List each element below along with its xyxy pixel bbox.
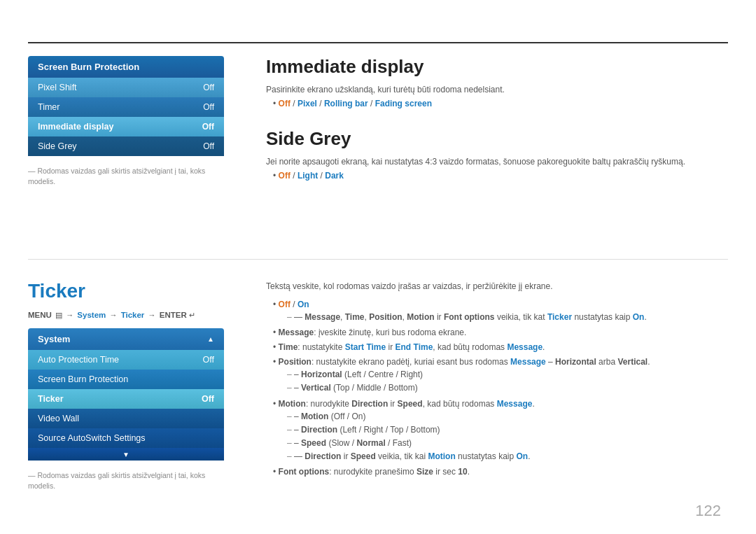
bullet-time: Time: nustatykite Start Time ir End Time… (273, 341, 728, 353)
system-menu: System ▲ Auto Protection Time Off Screen… (28, 328, 224, 461)
right-top-content: Immediate display Pasirinkite ekrano užs… (266, 56, 728, 183)
menu-item-immediate-display[interactable]: Immediate display Off (28, 117, 224, 136)
ticker-nav: MENU ▤ → System → Ticker → ENTER ↵ (28, 311, 224, 320)
bullet-motion: Motion: nurodykite Direction ir Speed, k… (273, 398, 728, 464)
ticker-title: Ticker (28, 280, 224, 302)
side-grey-title: Side Grey (266, 128, 728, 150)
side-grey-desc: Jei norite apsaugoti ekraną, kai nustaty… (266, 157, 728, 167)
menu-item-timer[interactable]: Timer Off (28, 97, 224, 117)
menu-item-side-grey[interactable]: Side Grey Off (28, 136, 224, 156)
system-item-source-autoswitch[interactable]: Source AutoSwitch Settings (28, 428, 224, 448)
immediate-display-section: Immediate display Pasirinkite ekrano užs… (266, 56, 728, 108)
system-menu-scroll-down[interactable]: ▼ (28, 448, 224, 461)
bullet-position: Position: nustatykite ekrano padėtį, kur… (273, 356, 728, 395)
left-top-note: — Rodomas vaizdas gali skirtis atsižvelg… (28, 166, 224, 186)
system-item-ticker[interactable]: Ticker Off (28, 389, 224, 409)
immediate-display-title: Immediate display (266, 56, 728, 78)
system-item-auto-protection[interactable]: Auto Protection Time Off (28, 350, 224, 370)
ticker-bullet-list: Off / On — Message, Time, Position, Moti… (266, 298, 728, 478)
side-grey-options: Off / Light / Dark (266, 171, 728, 181)
system-item-video-wall[interactable]: Video Wall (28, 409, 224, 428)
screen-burn-menu: Screen Burn Protection Pixel Shift Off T… (28, 56, 224, 186)
bullet-off-on: Off / On — Message, Time, Position, Moti… (273, 298, 728, 324)
ticker-note: — Rodomas vaizdas gali skirtis atsižvelg… (28, 470, 224, 491)
immediate-display-desc: Pasirinkite ekrano užsklandą, kuri turėt… (266, 85, 728, 94)
page-number: 122 (695, 502, 721, 520)
menu-item-pixel-shift[interactable]: Pixel Shift Off (28, 78, 224, 97)
bullet-font-options: Font options: nurodykite pranešimo Size … (273, 465, 728, 478)
side-grey-section: Side Grey Jei norite apsaugoti ekraną, k… (266, 128, 728, 181)
ticker-left-panel: Ticker MENU ▤ → System → Ticker → ENTER … (28, 280, 224, 491)
ticker-intro: Tekstą veskite, kol rodomas vaizdo įraša… (266, 280, 728, 293)
immediate-display-bullet: Off / Pixel / Rolling bar / Fading scree… (273, 99, 728, 108)
system-menu-header: System ▲ (28, 328, 224, 350)
bullet-message: Message: įveskite žinutę, kuri bus rodom… (273, 326, 728, 339)
mid-divider (28, 259, 728, 260)
menu-title: Screen Burn Protection (28, 56, 224, 78)
side-grey-bullet: Off / Light / Dark (273, 171, 728, 181)
immediate-display-options: Off / Pixel / Rolling bar / Fading scree… (266, 99, 728, 108)
top-divider (28, 42, 728, 43)
ticker-right-content: Tekstą veskite, kol rodomas vaizdo įraša… (266, 280, 728, 481)
system-item-screen-burn[interactable]: Screen Burn Protection (28, 370, 224, 389)
